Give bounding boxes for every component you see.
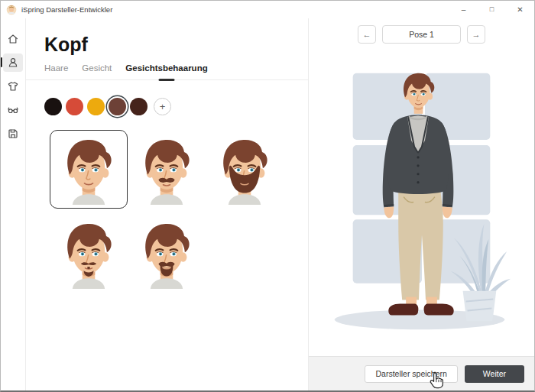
home-icon	[7, 33, 19, 45]
minimize-icon: –	[462, 6, 466, 14]
arrow-right-icon: →	[472, 30, 481, 39]
next-button[interactable]: Weiter	[465, 365, 524, 383]
hair-color-swatch-3[interactable]	[87, 98, 105, 115]
arrow-left-icon: ←	[363, 30, 371, 39]
app-icon	[6, 5, 17, 15]
face-thumbnail	[209, 134, 280, 206]
facial-hair-option-goatee[interactable]	[128, 214, 206, 293]
minimize-button[interactable]: –	[449, 1, 478, 18]
face-thumbnail	[54, 218, 124, 290]
app-window: iSpring Darsteller-Entwickler – □ ✕ Kopf…	[0, 0, 535, 392]
hair-color-swatch-5[interactable]	[130, 98, 148, 115]
facial-hair-grid	[50, 130, 308, 293]
sidebar	[1, 18, 26, 390]
face-thumbnail	[131, 218, 202, 290]
tab-bar: HaareGesichtGesichtsbehaarung	[26, 63, 308, 80]
save-icon	[7, 128, 19, 140]
shirt-icon	[7, 80, 19, 92]
person-icon	[7, 57, 19, 69]
tab-gesichtsbehaarung[interactable]: Gesichtsbehaarung	[125, 63, 207, 79]
character-illustration	[309, 44, 533, 356]
add-color-button[interactable]: +	[154, 98, 171, 115]
previous-pose-button[interactable]: ←	[358, 25, 376, 44]
hair-color-swatch-4[interactable]	[109, 98, 126, 115]
sidebar-item-character[interactable]	[3, 53, 23, 72]
editor-panel: Kopf HaareGesichtGesichtsbehaarung +	[26, 18, 308, 390]
page-title: Kopf	[44, 34, 308, 56]
face-thumbnail	[131, 134, 202, 206]
close-icon: ✕	[517, 6, 523, 14]
preview-panel: ← Pose 1 →	[308, 18, 534, 390]
maximize-icon: □	[490, 6, 494, 13]
hair-color-swatch-2[interactable]	[66, 98, 83, 115]
next-pose-button[interactable]: →	[467, 25, 485, 44]
preview-footer: Darsteller speichern Weiter	[309, 356, 534, 390]
window-title: iSpring Darsteller-Entwickler	[21, 5, 449, 14]
title-bar: iSpring Darsteller-Entwickler – □ ✕	[1, 1, 534, 18]
facial-hair-option-full-beard[interactable]	[206, 130, 284, 209]
app-body: Kopf HaareGesichtGesichtsbehaarung + ← P…	[1, 18, 534, 390]
save-character-button[interactable]: Darsteller speichern	[365, 365, 457, 383]
sidebar-item-save[interactable]	[3, 125, 23, 143]
tab-haare[interactable]: Haare	[44, 63, 68, 79]
pose-selector-button[interactable]: Pose 1	[382, 25, 461, 44]
face-thumbnail	[54, 134, 124, 206]
pose-bar: ← Pose 1 →	[309, 25, 534, 44]
facial-hair-option-clean-shaven[interactable]	[50, 130, 128, 209]
facial-hair-option-mustache[interactable]	[128, 130, 206, 209]
close-button[interactable]: ✕	[506, 1, 534, 18]
facial-hair-option-mustache-chin-patch[interactable]	[50, 214, 128, 293]
maximize-button[interactable]: □	[478, 1, 506, 18]
sidebar-item-clothing[interactable]	[3, 77, 23, 96]
character-preview	[309, 44, 534, 356]
hair-color-swatch-1[interactable]	[44, 98, 62, 115]
sidebar-item-home[interactable]	[3, 30, 23, 48]
sidebar-item-accessories[interactable]	[3, 101, 23, 119]
color-swatch-row: +	[44, 98, 308, 115]
tab-gesicht[interactable]: Gesicht	[82, 63, 112, 79]
glasses-icon	[7, 104, 19, 116]
